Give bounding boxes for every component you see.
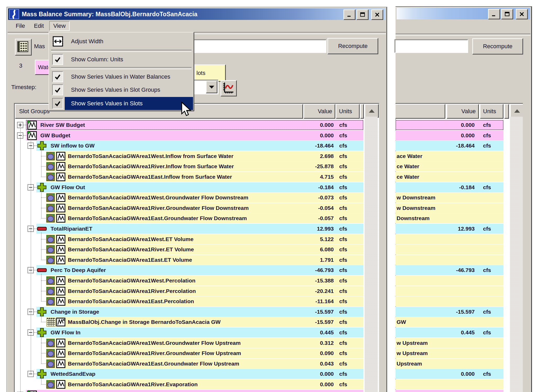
table-row[interactable]: BernardoToSanAcaciaGWArea1West.Groundwat… [15, 192, 363, 203]
table-row[interactable] [396, 255, 523, 265]
table-row[interactable]: WettedSandEvap0.000cfs [15, 369, 363, 379]
table-row[interactable]: ace Water [396, 151, 523, 161]
table-row[interactable] [396, 390, 523, 392]
recompute-button[interactable]: Recompute [327, 38, 378, 54]
table-row[interactable] [396, 275, 523, 286]
table-row[interactable]: -0.184cfs [396, 182, 523, 193]
table-row[interactable] [396, 234, 523, 244]
column-header-units[interactable]: Units [336, 104, 360, 119]
table-row[interactable]: BernardoToSanAcaciaGWArea1East.Groundwat… [15, 358, 363, 369]
row-label: Change in Storage [51, 307, 99, 317]
table-row[interactable] [15, 390, 363, 392]
row-value: 0.000 [304, 379, 334, 390]
table-row[interactable]: SW inflow to GW-18.464cfs [15, 140, 363, 151]
table-row[interactable]: BernardoToSanAcaciaGWArea1River.Percolat… [15, 286, 363, 296]
table-row[interactable]: GW Flow Out-0.184cfs [15, 182, 363, 193]
table-row[interactable]: BernardoToSanAcaciaGWArea1River.Evaporat… [15, 379, 363, 390]
table-row[interactable]: BernardoToSanAcaciaGWArea1River.Groundwa… [15, 348, 363, 358]
column-header-units-2[interactable]: Units [480, 104, 503, 119]
table-row[interactable]: BernardoToSanAcaciaGWArea1East.Inflow fr… [15, 172, 363, 182]
menu-view[interactable]: View [49, 21, 69, 31]
row-units: cfs [339, 172, 347, 182]
maximize-button-2[interactable] [501, 9, 513, 19]
groundwater-object-icon [46, 349, 55, 357]
column-header-value-2[interactable]: Value [447, 104, 479, 119]
row-units: cfs [483, 327, 491, 338]
maximize-button[interactable] [357, 9, 369, 20]
table-row[interactable] [396, 296, 523, 307]
table-row[interactable] [396, 244, 523, 255]
close-button[interactable] [371, 9, 383, 20]
table-row[interactable]: -18.464cfs [396, 140, 523, 151]
table-row[interactable] [396, 286, 523, 296]
tree-line [41, 197, 46, 198]
table-row[interactable]: -46.793cfs [396, 265, 523, 275]
table-row[interactable]: BernardoToSanAcaciaGWArea1East.Groundwat… [15, 213, 363, 224]
table-row[interactable]: w Upstream [396, 348, 523, 358]
table-row[interactable]: MassBalObj.Change in Storage BernardoToS… [15, 317, 363, 327]
title-bar[interactable]: Mass Balance Summary: MassBalObj.Bernard… [8, 8, 385, 20]
table-row[interactable]: GW Flow In0.445cfs [15, 327, 363, 338]
menu-item-show-series-water-balances[interactable]: Show Series Values in Water Balances [50, 70, 193, 83]
table-row[interactable]: BernardoToSanAcaciaGWArea1East.ET Volume… [15, 255, 363, 265]
close-button-2[interactable] [516, 9, 528, 19]
open-object-button[interactable] [15, 39, 32, 56]
menu-item-show-column-units[interactable]: Show Column: Units [50, 53, 193, 66]
scroll-up-button-2[interactable] [510, 104, 523, 118]
table-row[interactable]: GW [396, 317, 523, 327]
series-slot-icon [56, 276, 66, 285]
series-slot-icon [56, 214, 66, 223]
table-row[interactable]: BernardoToSanAcaciaGWArea1River.Groundwa… [15, 203, 363, 213]
table-row[interactable]: Perc To Deep Aquifer-46.793cfs [15, 265, 363, 275]
table-row[interactable]: 0.000cfs [396, 369, 523, 379]
table-row[interactable]: BernardoToSanAcaciaGWArea1East.Percolati… [15, 296, 363, 307]
table-row[interactable]: River SW Budget0.000cfs [15, 120, 363, 130]
row-label-fragment: ce Water [397, 172, 419, 182]
table-row[interactable]: -15.597cfs [396, 307, 523, 317]
table-row[interactable]: w Downstream [396, 203, 523, 213]
minimize-button-2[interactable] [488, 9, 500, 19]
menu-item-show-series-slot-groups[interactable]: Show Series Values in Slot Groups [50, 83, 193, 96]
menu-file[interactable]: File [12, 21, 28, 30]
table-row[interactable]: 0.000cfs [396, 130, 523, 141]
table-row[interactable]: ce Water [396, 172, 523, 182]
menu-item-adjust-width[interactable]: Adjust Width [50, 34, 193, 49]
table-row[interactable]: Downstream [396, 213, 523, 224]
minimize-button[interactable] [343, 9, 355, 20]
table-row[interactable]: 0.000cfs [396, 120, 523, 130]
title-bar-2[interactable] [397, 8, 530, 19]
table-row[interactable]: BernardoToSanAcaciaGWArea1River.ET Volum… [15, 244, 363, 255]
table-row[interactable]: TotalRiparianET12.993cfs [15, 224, 363, 234]
row-units: cfs [483, 120, 491, 130]
table-row[interactable]: BernardoToSanAcaciaGWArea1West.ET Volume… [15, 234, 363, 244]
table-row[interactable]: BernardoToSanAcaciaGWArea1West.Groundwat… [15, 338, 363, 348]
plot-button[interactable] [221, 80, 237, 96]
timestep-label: Timestep: [11, 84, 36, 91]
vertical-scrollbar[interactable] [365, 117, 378, 392]
object-name-field-2[interactable] [394, 39, 468, 53]
tree-line [41, 322, 46, 322]
table-row[interactable]: GW Budget0.000cfs [15, 130, 363, 141]
table-row[interactable]: w Downstream [396, 192, 523, 203]
table-row[interactable]: Upstream [396, 358, 523, 369]
recompute-button-2[interactable]: Recompute [472, 38, 523, 55]
table-row[interactable]: ce Water [396, 161, 523, 172]
row-label: River SW Budget [40, 120, 85, 130]
slots-tab[interactable]: lots [194, 64, 226, 82]
table-row[interactable]: 0.445cfs [396, 327, 523, 338]
table-row[interactable] [396, 379, 523, 390]
tree-expander[interactable] [17, 122, 23, 128]
table-row[interactable]: BernardoToSanAcaciaGWArea1West.Percolati… [15, 275, 363, 286]
menu-separator [51, 50, 191, 52]
table-row[interactable]: BernardoToSanAcaciaGWArea1River.Inflow f… [15, 161, 363, 172]
combobox-dropdown-button[interactable] [206, 81, 217, 93]
table-row[interactable]: BernardoToSanAcaciaGWArea1West.Inflow fr… [15, 151, 363, 161]
menu-edit[interactable]: Edit [30, 21, 47, 30]
scroll-up-button[interactable] [365, 104, 379, 118]
table-row[interactable]: 12.993cfs [396, 224, 523, 234]
menu-item-show-series-slots[interactable]: Show Series Values in Slots [50, 97, 193, 110]
row-label: BernardoToSanAcaciaGWArea1River.Evaporat… [68, 379, 198, 390]
table-row[interactable]: w Upstream [396, 338, 523, 348]
column-header-value[interactable]: Value [304, 104, 335, 119]
table-row[interactable]: Change in Storage-15.597cfs [15, 307, 363, 317]
